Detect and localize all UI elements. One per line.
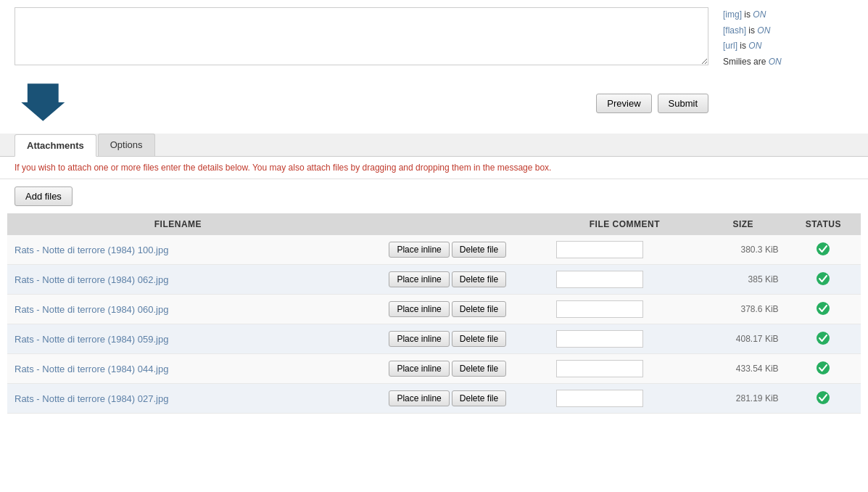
table-row: Rats - Notte di terrore (1984) 062.jpgPl… (7, 265, 861, 295)
action-cell: Place inlineDelete file (349, 265, 549, 295)
place-inline-button[interactable]: Place inline (389, 331, 449, 347)
col-filename: FILENAME (7, 213, 349, 235)
filename-link[interactable]: Rats - Notte di terrore (1984) 044.jpg (15, 364, 168, 374)
filename-link[interactable]: Rats - Notte di terrore (1984) 100.jpg (15, 245, 168, 255)
status-ok-icon (817, 242, 830, 255)
tab-attachments[interactable]: Attachments (15, 134, 96, 157)
table-row: Rats - Notte di terrore (1984) 027.jpgPl… (7, 384, 861, 414)
status-cell (786, 324, 861, 354)
svg-point-6 (817, 391, 830, 404)
status-cell (786, 265, 861, 295)
action-cell: Place inlineDelete file (349, 295, 549, 324)
status-cell (786, 384, 861, 414)
delete-file-button[interactable]: Delete file (452, 242, 506, 258)
submit-button[interactable]: Submit (658, 94, 708, 113)
filename-cell: Rats - Notte di terrore (1984) 100.jpg (7, 235, 349, 265)
filename-cell: Rats - Notte di terrore (1984) 060.jpg (7, 295, 349, 324)
action-cell: Place inlineDelete file (349, 384, 549, 414)
filename-cell: Rats - Notte di terrore (1984) 044.jpg (7, 354, 349, 384)
comment-cell (549, 295, 700, 324)
svg-marker-0 (21, 84, 65, 121)
action-cell: Place inlineDelete file (349, 354, 549, 384)
place-inline-button[interactable]: Place inline (389, 242, 449, 258)
action-cell: Place inlineDelete file (349, 324, 549, 354)
status-ok-icon (817, 302, 830, 315)
delete-file-button[interactable]: Delete file (452, 301, 506, 317)
status-ok-icon (817, 332, 830, 345)
svg-point-1 (817, 242, 830, 255)
file-comment-input[interactable] (556, 390, 643, 407)
bbcode-url: [url] is ON (723, 38, 853, 54)
status-ok-icon (817, 272, 830, 285)
attachment-info: If you wish to attach one or more files … (0, 157, 868, 179)
comment-cell (549, 235, 700, 265)
tabs-container: Attachments Options (0, 134, 868, 157)
files-table: FILENAME FILE COMMENT SIZE STATUS Rats -… (7, 213, 861, 414)
file-comment-input[interactable] (556, 271, 643, 288)
delete-file-button[interactable]: Delete file (452, 331, 506, 347)
size-cell: 408.17 KiB (700, 324, 786, 354)
comment-cell (549, 265, 700, 295)
filename-cell: Rats - Notte di terrore (1984) 059.jpg (7, 324, 349, 354)
table-row: Rats - Notte di terrore (1984) 059.jpgPl… (7, 324, 861, 354)
preview-button[interactable]: Preview (596, 94, 651, 113)
file-comment-input[interactable] (556, 360, 643, 377)
filename-link[interactable]: Rats - Notte di terrore (1984) 062.jpg (15, 274, 168, 285)
comment-cell (549, 354, 700, 384)
bbcode-info: [img] is ON [flash] is ON [url] is ON Sm… (723, 7, 853, 70)
action-cell: Place inlineDelete file (349, 235, 549, 265)
col-size: SIZE (700, 213, 786, 235)
size-cell: 378.6 KiB (700, 295, 786, 324)
table-row: Rats - Notte di terrore (1984) 060.jpgPl… (7, 295, 861, 324)
size-cell: 281.19 KiB (700, 384, 786, 414)
size-cell: 380.3 KiB (700, 235, 786, 265)
svg-point-4 (817, 332, 830, 345)
filename-link[interactable]: Rats - Notte di terrore (1984) 059.jpg (15, 334, 168, 345)
size-cell: 385 KiB (700, 265, 786, 295)
col-actions (349, 213, 549, 235)
file-comment-input[interactable] (556, 241, 643, 258)
status-ok-icon (817, 361, 830, 374)
bbcode-img: [img] is ON (723, 7, 853, 23)
tab-options[interactable]: Options (98, 134, 155, 156)
col-file-comment: FILE COMMENT (549, 213, 700, 235)
status-cell (786, 295, 861, 324)
place-inline-button[interactable]: Place inline (389, 390, 449, 406)
delete-file-button[interactable]: Delete file (452, 271, 506, 287)
place-inline-button[interactable]: Place inline (389, 361, 449, 377)
file-comment-input[interactable] (556, 330, 643, 348)
svg-point-5 (817, 361, 830, 374)
status-cell (786, 235, 861, 265)
comment-cell (549, 384, 700, 414)
delete-file-button[interactable]: Delete file (452, 361, 506, 377)
table-row: Rats - Notte di terrore (1984) 100.jpgPl… (7, 235, 861, 265)
status-ok-icon (817, 391, 830, 404)
filename-cell: Rats - Notte di terrore (1984) 027.jpg (7, 384, 349, 414)
filename-cell: Rats - Notte di terrore (1984) 062.jpg (7, 265, 349, 295)
place-inline-button[interactable]: Place inline (389, 301, 449, 317)
place-inline-button[interactable]: Place inline (389, 271, 449, 287)
table-row: Rats - Notte di terrore (1984) 044.jpgPl… (7, 354, 861, 384)
bbcode-flash: [flash] is ON (723, 23, 853, 39)
svg-point-2 (817, 272, 830, 285)
status-cell (786, 354, 861, 384)
size-cell: 433.54 KiB (700, 354, 786, 384)
col-status: STATUS (786, 213, 861, 235)
comment-cell (549, 324, 700, 354)
message-textarea[interactable] (15, 7, 708, 65)
file-comment-input[interactable] (556, 300, 643, 318)
bbcode-smilies: Smilies are ON (723, 54, 853, 70)
svg-point-3 (817, 302, 830, 315)
delete-file-button[interactable]: Delete file (452, 390, 506, 406)
add-files-button[interactable]: Add files (15, 186, 73, 206)
arrow-icon (15, 81, 65, 126)
files-table-container: FILENAME FILE COMMENT SIZE STATUS Rats -… (0, 213, 868, 414)
filename-link[interactable]: Rats - Notte di terrore (1984) 060.jpg (15, 304, 168, 315)
filename-link[interactable]: Rats - Notte di terrore (1984) 027.jpg (15, 393, 168, 404)
